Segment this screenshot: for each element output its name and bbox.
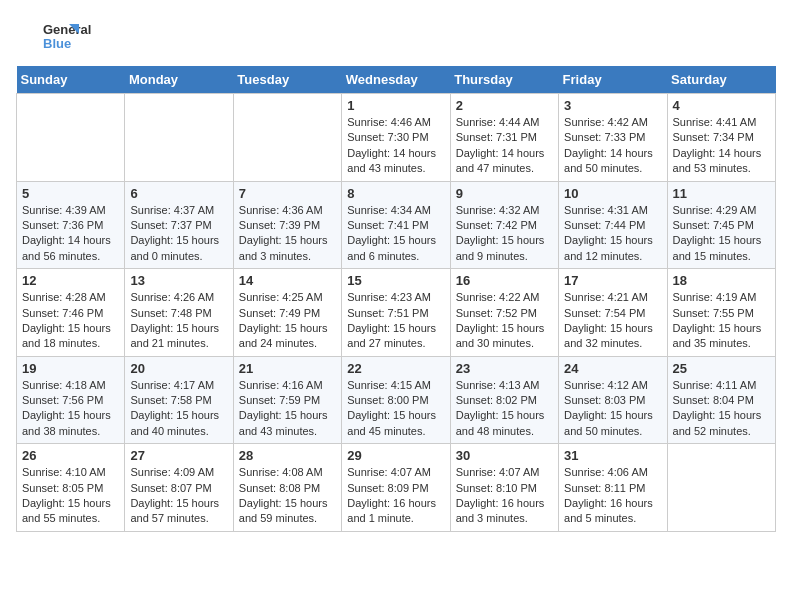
day-cell: 15Sunrise: 4:23 AM Sunset: 7:51 PM Dayli… [342, 269, 450, 357]
weekday-header-friday: Friday [559, 66, 667, 94]
svg-text:Blue: Blue [43, 36, 71, 51]
day-cell: 18Sunrise: 4:19 AM Sunset: 7:55 PM Dayli… [667, 269, 775, 357]
day-info: Sunrise: 4:21 AM Sunset: 7:54 PM Dayligh… [564, 290, 661, 352]
day-number: 26 [22, 448, 119, 463]
day-cell: 9Sunrise: 4:32 AM Sunset: 7:42 PM Daylig… [450, 181, 558, 269]
day-number: 1 [347, 98, 444, 113]
day-info: Sunrise: 4:28 AM Sunset: 7:46 PM Dayligh… [22, 290, 119, 352]
day-number: 4 [673, 98, 770, 113]
day-info: Sunrise: 4:09 AM Sunset: 8:07 PM Dayligh… [130, 465, 227, 527]
day-info: Sunrise: 4:13 AM Sunset: 8:02 PM Dayligh… [456, 378, 553, 440]
svg-text:General: General [43, 22, 91, 37]
day-info: Sunrise: 4:32 AM Sunset: 7:42 PM Dayligh… [456, 203, 553, 265]
day-info: Sunrise: 4:18 AM Sunset: 7:56 PM Dayligh… [22, 378, 119, 440]
day-number: 22 [347, 361, 444, 376]
day-number: 9 [456, 186, 553, 201]
week-row-5: 26Sunrise: 4:10 AM Sunset: 8:05 PM Dayli… [17, 444, 776, 532]
day-info: Sunrise: 4:10 AM Sunset: 8:05 PM Dayligh… [22, 465, 119, 527]
day-cell: 5Sunrise: 4:39 AM Sunset: 7:36 PM Daylig… [17, 181, 125, 269]
day-info: Sunrise: 4:29 AM Sunset: 7:45 PM Dayligh… [673, 203, 770, 265]
day-number: 5 [22, 186, 119, 201]
weekday-header-thursday: Thursday [450, 66, 558, 94]
day-cell [233, 94, 341, 182]
page-header: General Blue [16, 16, 776, 56]
day-cell: 21Sunrise: 4:16 AM Sunset: 7:59 PM Dayli… [233, 356, 341, 444]
day-number: 19 [22, 361, 119, 376]
weekday-header-row: SundayMondayTuesdayWednesdayThursdayFrid… [17, 66, 776, 94]
day-info: Sunrise: 4:15 AM Sunset: 8:00 PM Dayligh… [347, 378, 444, 440]
day-number: 20 [130, 361, 227, 376]
week-row-1: 1Sunrise: 4:46 AM Sunset: 7:30 PM Daylig… [17, 94, 776, 182]
logo-icon: General Blue [16, 16, 106, 56]
day-number: 13 [130, 273, 227, 288]
day-info: Sunrise: 4:34 AM Sunset: 7:41 PM Dayligh… [347, 203, 444, 265]
day-cell: 23Sunrise: 4:13 AM Sunset: 8:02 PM Dayli… [450, 356, 558, 444]
day-number: 18 [673, 273, 770, 288]
weekday-header-wednesday: Wednesday [342, 66, 450, 94]
day-number: 3 [564, 98, 661, 113]
day-cell: 3Sunrise: 4:42 AM Sunset: 7:33 PM Daylig… [559, 94, 667, 182]
day-cell: 10Sunrise: 4:31 AM Sunset: 7:44 PM Dayli… [559, 181, 667, 269]
day-info: Sunrise: 4:23 AM Sunset: 7:51 PM Dayligh… [347, 290, 444, 352]
day-cell: 2Sunrise: 4:44 AM Sunset: 7:31 PM Daylig… [450, 94, 558, 182]
day-cell: 26Sunrise: 4:10 AM Sunset: 8:05 PM Dayli… [17, 444, 125, 532]
day-number: 16 [456, 273, 553, 288]
day-info: Sunrise: 4:39 AM Sunset: 7:36 PM Dayligh… [22, 203, 119, 265]
day-info: Sunrise: 4:25 AM Sunset: 7:49 PM Dayligh… [239, 290, 336, 352]
weekday-header-tuesday: Tuesday [233, 66, 341, 94]
day-info: Sunrise: 4:07 AM Sunset: 8:09 PM Dayligh… [347, 465, 444, 527]
day-cell: 16Sunrise: 4:22 AM Sunset: 7:52 PM Dayli… [450, 269, 558, 357]
day-number: 31 [564, 448, 661, 463]
day-number: 7 [239, 186, 336, 201]
week-row-2: 5Sunrise: 4:39 AM Sunset: 7:36 PM Daylig… [17, 181, 776, 269]
day-cell: 1Sunrise: 4:46 AM Sunset: 7:30 PM Daylig… [342, 94, 450, 182]
day-info: Sunrise: 4:37 AM Sunset: 7:37 PM Dayligh… [130, 203, 227, 265]
day-number: 14 [239, 273, 336, 288]
day-number: 12 [22, 273, 119, 288]
day-cell: 8Sunrise: 4:34 AM Sunset: 7:41 PM Daylig… [342, 181, 450, 269]
week-row-3: 12Sunrise: 4:28 AM Sunset: 7:46 PM Dayli… [17, 269, 776, 357]
week-row-4: 19Sunrise: 4:18 AM Sunset: 7:56 PM Dayli… [17, 356, 776, 444]
day-info: Sunrise: 4:07 AM Sunset: 8:10 PM Dayligh… [456, 465, 553, 527]
day-cell: 4Sunrise: 4:41 AM Sunset: 7:34 PM Daylig… [667, 94, 775, 182]
day-cell: 19Sunrise: 4:18 AM Sunset: 7:56 PM Dayli… [17, 356, 125, 444]
day-info: Sunrise: 4:16 AM Sunset: 7:59 PM Dayligh… [239, 378, 336, 440]
day-cell: 28Sunrise: 4:08 AM Sunset: 8:08 PM Dayli… [233, 444, 341, 532]
day-number: 2 [456, 98, 553, 113]
day-cell [667, 444, 775, 532]
day-number: 30 [456, 448, 553, 463]
day-cell [17, 94, 125, 182]
day-info: Sunrise: 4:08 AM Sunset: 8:08 PM Dayligh… [239, 465, 336, 527]
day-cell: 25Sunrise: 4:11 AM Sunset: 8:04 PM Dayli… [667, 356, 775, 444]
day-number: 11 [673, 186, 770, 201]
day-number: 17 [564, 273, 661, 288]
day-number: 24 [564, 361, 661, 376]
day-number: 10 [564, 186, 661, 201]
day-info: Sunrise: 4:26 AM Sunset: 7:48 PM Dayligh… [130, 290, 227, 352]
logo: General Blue [16, 16, 106, 56]
day-number: 27 [130, 448, 227, 463]
day-cell: 22Sunrise: 4:15 AM Sunset: 8:00 PM Dayli… [342, 356, 450, 444]
day-cell: 24Sunrise: 4:12 AM Sunset: 8:03 PM Dayli… [559, 356, 667, 444]
day-cell: 30Sunrise: 4:07 AM Sunset: 8:10 PM Dayli… [450, 444, 558, 532]
day-cell: 20Sunrise: 4:17 AM Sunset: 7:58 PM Dayli… [125, 356, 233, 444]
day-cell: 13Sunrise: 4:26 AM Sunset: 7:48 PM Dayli… [125, 269, 233, 357]
day-number: 29 [347, 448, 444, 463]
day-cell: 11Sunrise: 4:29 AM Sunset: 7:45 PM Dayli… [667, 181, 775, 269]
day-number: 23 [456, 361, 553, 376]
day-info: Sunrise: 4:22 AM Sunset: 7:52 PM Dayligh… [456, 290, 553, 352]
day-cell: 31Sunrise: 4:06 AM Sunset: 8:11 PM Dayli… [559, 444, 667, 532]
day-cell [125, 94, 233, 182]
day-cell: 6Sunrise: 4:37 AM Sunset: 7:37 PM Daylig… [125, 181, 233, 269]
calendar-table: SundayMondayTuesdayWednesdayThursdayFrid… [16, 66, 776, 532]
day-info: Sunrise: 4:06 AM Sunset: 8:11 PM Dayligh… [564, 465, 661, 527]
day-cell: 14Sunrise: 4:25 AM Sunset: 7:49 PM Dayli… [233, 269, 341, 357]
day-number: 15 [347, 273, 444, 288]
day-info: Sunrise: 4:41 AM Sunset: 7:34 PM Dayligh… [673, 115, 770, 177]
day-cell: 29Sunrise: 4:07 AM Sunset: 8:09 PM Dayli… [342, 444, 450, 532]
day-info: Sunrise: 4:44 AM Sunset: 7:31 PM Dayligh… [456, 115, 553, 177]
weekday-header-sunday: Sunday [17, 66, 125, 94]
day-number: 6 [130, 186, 227, 201]
day-number: 21 [239, 361, 336, 376]
day-cell: 12Sunrise: 4:28 AM Sunset: 7:46 PM Dayli… [17, 269, 125, 357]
